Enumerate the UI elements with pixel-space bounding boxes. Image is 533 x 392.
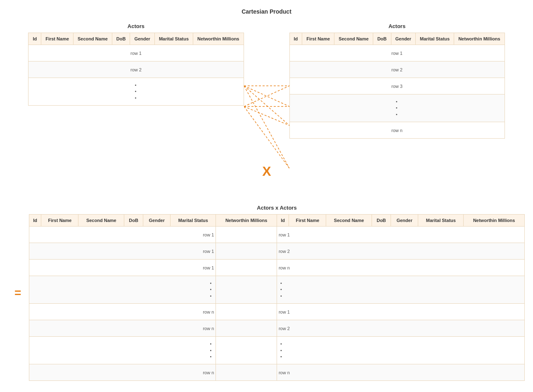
top-section: Actors Id First Name Second Name DoB Gen… <box>8 23 525 180</box>
cross-label: Actors x Actors <box>29 205 525 211</box>
res-mid-nn <box>216 364 277 381</box>
equals-sign: = <box>14 286 21 300</box>
col-networth-left: Networthin Millions <box>193 33 244 45</box>
res-left-2: row 1 <box>29 243 216 260</box>
table-row: row n row n <box>29 364 525 381</box>
res-col-sn2: Second Name <box>326 215 372 227</box>
left-table-container: Actors Id First Name Second Name DoB Gen… <box>28 23 244 106</box>
res-right-n1: row 1 <box>277 304 524 320</box>
result-table: Id First Name Second Name DoB Gender Mar… <box>29 214 525 381</box>
res-mid-n2 <box>216 320 277 337</box>
table-row: row 2 <box>289 61 505 78</box>
res-left-1: row 1 <box>29 227 216 243</box>
bottom-section: = Actors x Actors Id First Name Second N… <box>12 205 525 381</box>
table-row: row 3 <box>289 78 505 94</box>
res-right-dots2: ••• <box>277 337 524 364</box>
table-row: row 1 row 1 <box>29 227 525 243</box>
table-row: ••• <box>289 94 505 122</box>
col-firstname-left: First Name <box>41 33 73 45</box>
res-mid-dots <box>216 276 277 304</box>
col-id-right: Id <box>289 33 302 45</box>
res-left-dots: ••• <box>29 276 216 304</box>
row3-right: row 3 <box>289 78 505 94</box>
res-col-nw1: Networthin Millions <box>216 215 277 227</box>
res-mid-3 <box>216 260 277 276</box>
res-left-n2: row n <box>29 320 216 337</box>
table-row: ••• <box>28 78 244 106</box>
table-row: ••• ••• <box>29 337 525 364</box>
table-row: row n row 1 <box>29 304 525 320</box>
res-col-dob1: DoB <box>124 215 143 227</box>
res-col-fn1: First Name <box>41 215 78 227</box>
res-right-1: row 1 <box>277 227 524 243</box>
res-col-ms2: Marital Status <box>418 215 464 227</box>
col-networth-right: Networthin Millions <box>454 33 505 45</box>
res-col-nw2: Networthin Millions <box>464 215 525 227</box>
res-mid-1 <box>216 227 277 243</box>
res-col-fn2: First Name <box>289 215 326 227</box>
res-left-n1: row n <box>29 304 216 320</box>
col-firstname-right: First Name <box>302 33 334 45</box>
col-secondname-right: Second Name <box>334 33 373 45</box>
res-right-nn: row n <box>277 364 524 381</box>
col-gender-right: Gender <box>391 33 416 45</box>
col-marital-left: Marital Status <box>154 33 193 45</box>
connector-svg: X <box>244 23 289 180</box>
svg-line-7 <box>244 106 289 168</box>
table-row: row n <box>289 122 505 139</box>
rown-right: row n <box>289 122 505 139</box>
svg-line-2 <box>244 86 289 125</box>
dots-left: ••• <box>28 78 244 106</box>
page-title: Cartesian Product <box>8 8 525 15</box>
right-table-label: Actors <box>289 23 505 29</box>
left-actors-table: Id First Name Second Name DoB Gender Mar… <box>28 33 244 106</box>
col-dob-right: DoB <box>373 33 391 45</box>
left-table-label: Actors <box>28 23 244 29</box>
res-mid-dots2 <box>216 337 277 364</box>
res-right-n2: row 2 <box>277 320 524 337</box>
res-col-id2: Id <box>277 215 289 227</box>
res-mid-n1 <box>216 304 277 320</box>
res-mid-2 <box>216 243 277 260</box>
res-left-dots2: ••• <box>29 337 216 364</box>
res-col-id1: Id <box>29 215 41 227</box>
res-col-ms1: Marital Status <box>171 215 216 227</box>
col-gender-left: Gender <box>130 33 155 45</box>
col-id-left: Id <box>28 33 41 45</box>
table-row: row 1 <box>28 45 244 61</box>
res-left-nn: row n <box>29 364 216 381</box>
svg-line-3 <box>244 86 289 168</box>
table-row: row 1 row 2 <box>29 243 525 260</box>
dots-right: ••• <box>289 94 505 122</box>
table-row: row 1 <box>289 45 505 61</box>
table-row: row 1 row n <box>29 260 525 276</box>
res-right-2: row 2 <box>277 243 524 260</box>
row1-right: row 1 <box>289 45 505 61</box>
table-row: ••• ••• <box>29 276 525 304</box>
res-left-3: row 1 <box>29 260 216 276</box>
res-col-sn1: Second Name <box>78 215 124 227</box>
row1-left: row 1 <box>28 45 244 61</box>
table-row: row 2 <box>28 61 244 78</box>
col-secondname-left: Second Name <box>73 33 112 45</box>
res-right-3: row n <box>277 260 524 276</box>
res-col-dob2: DoB <box>372 215 391 227</box>
res-col-g2: Gender <box>391 215 418 227</box>
x-symbol: X <box>262 164 271 179</box>
connector-area: X <box>244 23 289 180</box>
col-dob-left: DoB <box>112 33 130 45</box>
res-col-g1: Gender <box>143 215 171 227</box>
row2-right: row 2 <box>289 61 505 78</box>
res-right-dots: ••• <box>277 276 524 304</box>
row2-left: row 2 <box>28 61 244 78</box>
right-actors-table: Id First Name Second Name DoB Gender Mar… <box>289 33 505 139</box>
right-table-container: Actors Id First Name Second Name DoB Gen… <box>289 23 505 139</box>
table-row: row n row 2 <box>29 320 525 337</box>
col-marital-right: Marital Status <box>416 33 454 45</box>
